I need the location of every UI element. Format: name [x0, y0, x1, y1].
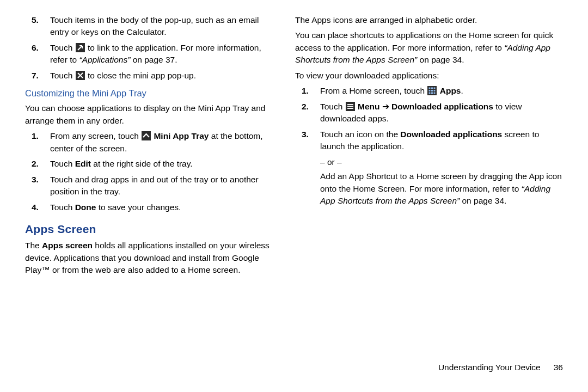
svg-rect-6: [434, 88, 436, 89]
step-number: 1.: [25, 130, 50, 155]
step-2: 2. Touch Menu ➔ Downloaded applications …: [295, 101, 563, 125]
step-number: 6.: [25, 42, 50, 66]
text: Touch: [50, 43, 75, 52]
step-6: 6. Touch to link to the application. For…: [25, 42, 280, 66]
step-body: From a Home screen, touch Apps.: [320, 85, 563, 97]
apps-grid-icon: [427, 86, 437, 95]
text: at the right side of the tray.: [91, 159, 193, 168]
left-column: 5. Touch items in the body of the pop-up…: [25, 14, 294, 392]
text: Touch: [50, 159, 75, 168]
paragraph: You can choose applications to display o…: [25, 102, 280, 127]
label: Apps: [440, 86, 461, 95]
heading-apps-screen: Apps Screen: [25, 221, 280, 237]
mini-app-steps-continued: 5. Touch items in the body of the pop-up…: [25, 14, 280, 82]
text: The: [25, 241, 42, 250]
text: Touch: [320, 102, 345, 111]
svg-rect-15: [347, 106, 353, 107]
svg-rect-11: [431, 93, 433, 94]
text: Touch: [50, 203, 75, 212]
svg-rect-8: [431, 90, 433, 91]
text: .: [461, 86, 463, 95]
step-5: 5. Touch items in the body of the pop-up…: [25, 14, 280, 39]
step-number: 2.: [25, 158, 50, 170]
svg-rect-4: [429, 88, 431, 89]
step-body: Touch Done to save your changes.: [50, 201, 280, 213]
step-body: Touch items in the body of the pop-up, s…: [50, 14, 280, 39]
step-number: 1.: [295, 85, 320, 97]
text: on page 34.: [417, 55, 464, 64]
step-number: 3.: [295, 128, 320, 153]
close-icon: [76, 71, 85, 80]
step-body: Touch to link to the application. For mo…: [50, 42, 280, 66]
svg-rect-9: [434, 90, 436, 91]
menu-icon: [346, 102, 355, 111]
text: Touch an icon on the: [320, 130, 400, 139]
text: to close the mini app pop-up.: [85, 71, 196, 80]
step-number: 5.: [25, 14, 50, 39]
label: Edit: [75, 159, 91, 168]
text: Touch: [50, 71, 75, 80]
label: Downloaded applications: [400, 130, 502, 139]
heading-customizing: Customizing the Mini App Tray: [25, 87, 280, 100]
step-body: Touch an icon on the Downloaded applicat…: [320, 128, 563, 153]
step-body: Touch Menu ➔ Downloaded applications to …: [320, 101, 563, 125]
step-3: 3. Touch an icon on the Downloaded appli…: [295, 128, 563, 153]
step-body: Touch and drag apps in and out of the tr…: [50, 174, 280, 198]
text: on page 37.: [130, 55, 177, 64]
step-body: Touch Edit at the right side of the tray…: [50, 158, 280, 170]
paragraph: To view your downloaded applications:: [295, 70, 563, 82]
step-2: 2. Touch Edit at the right side of the t…: [25, 158, 280, 170]
manual-page: 5. Touch items in the body of the pop-up…: [0, 0, 588, 392]
step-number: 3.: [25, 174, 50, 198]
step-3: 3. Touch and drag apps in and out of the…: [25, 174, 280, 198]
svg-rect-5: [431, 88, 433, 89]
svg-rect-14: [347, 104, 353, 105]
paragraph: Add an App Shortcut to a Home screen by …: [320, 170, 563, 207]
text: to save your changes.: [96, 203, 181, 212]
step-number: 2.: [295, 101, 320, 125]
step-number: 7.: [25, 70, 50, 82]
downloaded-apps-steps: 1. From a Home screen, touch Apps. 2. To…: [295, 85, 563, 152]
right-column: The Apps icons are arranged in alphabeti…: [294, 14, 563, 392]
expand-icon: [76, 43, 85, 52]
step-4: 4. Touch Done to save your changes.: [25, 201, 280, 213]
svg-rect-2: [142, 131, 151, 140]
page-number: 36: [554, 363, 563, 372]
step-number: 4.: [25, 201, 50, 213]
paragraph: The Apps icons are arranged in alphabeti…: [295, 14, 563, 26]
reference-link: “Applications”: [79, 55, 130, 64]
label: Done: [75, 203, 96, 212]
or-text: – or –: [320, 156, 563, 168]
step-body: From any screen, touch Mini App Tray at …: [50, 130, 280, 155]
label: Downloaded applications: [391, 102, 493, 111]
step-1: 1. From any screen, touch Mini App Tray …: [25, 130, 280, 155]
text: on page 34.: [460, 196, 506, 205]
paragraph: You can place shortcuts to applications …: [295, 29, 563, 66]
step-body: Touch to close the mini app pop-up.: [50, 70, 280, 82]
label: Apps screen: [42, 241, 93, 250]
page-footer: Understanding Your Device36: [438, 362, 563, 373]
paragraph: The Apps screen holds all applications i…: [25, 240, 280, 276]
label: Mini App Tray: [154, 131, 209, 140]
svg-rect-10: [429, 93, 431, 94]
svg-rect-7: [429, 90, 431, 91]
svg-rect-12: [434, 93, 436, 94]
step-1: 1. From a Home screen, touch Apps.: [295, 85, 563, 97]
tray-chevron-icon: [142, 131, 151, 140]
step-7: 7. Touch to close the mini app pop-up.: [25, 70, 280, 82]
text: From a Home screen, touch: [320, 86, 427, 95]
svg-rect-16: [347, 108, 353, 109]
arrow: ➔: [379, 102, 391, 111]
label: Menu: [358, 102, 379, 111]
customizing-steps: 1. From any screen, touch Mini App Tray …: [25, 130, 280, 213]
text: From any screen, touch: [50, 131, 141, 140]
footer-section: Understanding Your Device: [438, 363, 541, 372]
